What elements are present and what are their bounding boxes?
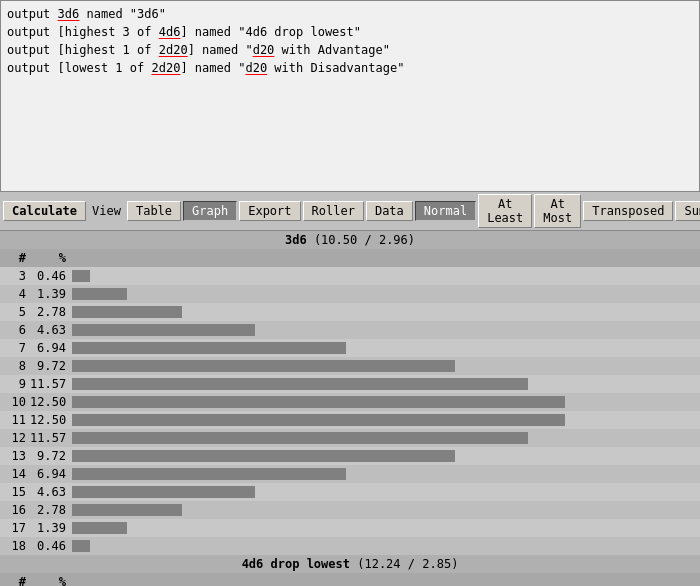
table-row: 9 11.57 bbox=[0, 375, 700, 393]
chart-4d6-title-bold: 4d6 drop lowest bbox=[242, 557, 350, 571]
row-bar bbox=[72, 539, 700, 553]
main-content: 3d6 (10.50 / 2.96) # % 3 0.46 4 1.39 5 2… bbox=[0, 231, 700, 586]
row-num: 7 bbox=[0, 341, 30, 355]
col-pct-label: % bbox=[30, 251, 72, 265]
chart-3d6-header: 3d6 (10.50 / 2.96) bbox=[0, 231, 700, 249]
table-row: 4 1.39 bbox=[0, 285, 700, 303]
chart-3d6-title-bold: 3d6 bbox=[285, 233, 307, 247]
row-num: 11 bbox=[0, 413, 30, 427]
row-num: 14 bbox=[0, 467, 30, 481]
table-row: 6 4.63 bbox=[0, 321, 700, 339]
row-num: 9 bbox=[0, 377, 30, 391]
code-line-2: output [highest 3 of 4d6] named "4d6 dro… bbox=[7, 23, 693, 41]
view-label: View bbox=[88, 202, 125, 220]
row-pct: 11.57 bbox=[30, 431, 72, 445]
table-row: 18 0.46 bbox=[0, 537, 700, 555]
atleast-button[interactable]: At Least bbox=[478, 194, 532, 228]
chart-3d6: 3d6 (10.50 / 2.96) # % 3 0.46 4 1.39 5 2… bbox=[0, 231, 700, 555]
row-pct: 2.78 bbox=[30, 503, 72, 517]
row-pct: 2.78 bbox=[30, 305, 72, 319]
summary-button[interactable]: Summary bbox=[675, 201, 700, 221]
row-num: 16 bbox=[0, 503, 30, 517]
row-bar bbox=[72, 359, 700, 373]
row-bar bbox=[72, 305, 700, 319]
row-pct: 4.63 bbox=[30, 323, 72, 337]
export-button[interactable]: Export bbox=[239, 201, 300, 221]
row-bar bbox=[72, 377, 700, 391]
col-num-label: # bbox=[0, 251, 30, 265]
row-num: 6 bbox=[0, 323, 30, 337]
row-pct: 0.46 bbox=[30, 269, 72, 283]
row-bar bbox=[72, 395, 700, 409]
row-num: 18 bbox=[0, 539, 30, 553]
row-pct: 6.94 bbox=[30, 467, 72, 481]
normal-button[interactable]: Normal bbox=[415, 201, 476, 221]
row-pct: 6.94 bbox=[30, 341, 72, 355]
row-pct: 12.50 bbox=[30, 413, 72, 427]
row-num: 12 bbox=[0, 431, 30, 445]
table-row: 14 6.94 bbox=[0, 465, 700, 483]
row-bar bbox=[72, 323, 700, 337]
row-num: 4 bbox=[0, 287, 30, 301]
row-bar bbox=[72, 431, 700, 445]
row-num: 13 bbox=[0, 449, 30, 463]
table-row: 3 0.46 bbox=[0, 267, 700, 285]
graph-button[interactable]: Graph bbox=[183, 201, 237, 221]
roller-button[interactable]: Roller bbox=[303, 201, 364, 221]
row-num: 3 bbox=[0, 269, 30, 283]
chart-3d6-col-header: # % bbox=[0, 249, 700, 267]
row-num: 17 bbox=[0, 521, 30, 535]
atmost-button[interactable]: At Most bbox=[534, 194, 581, 228]
chart-4d6: 4d6 drop lowest (12.24 / 2.85) # % 3 0.0… bbox=[0, 555, 700, 586]
row-pct: 9.72 bbox=[30, 359, 72, 373]
row-bar bbox=[72, 269, 700, 283]
row-pct: 1.39 bbox=[30, 521, 72, 535]
code-line-3: output [highest 1 of 2d20] named "d20 wi… bbox=[7, 41, 693, 59]
chart-3d6-title-rest: (10.50 / 2.96) bbox=[307, 233, 415, 247]
row-bar bbox=[72, 413, 700, 427]
data-button[interactable]: Data bbox=[366, 201, 413, 221]
row-num: 15 bbox=[0, 485, 30, 499]
table-row: 12 11.57 bbox=[0, 429, 700, 447]
row-pct: 1.39 bbox=[30, 287, 72, 301]
table-row: 17 1.39 bbox=[0, 519, 700, 537]
col-bar-label-2 bbox=[72, 575, 700, 586]
chart-4d6-header: 4d6 drop lowest (12.24 / 2.85) bbox=[0, 555, 700, 573]
table-row: 8 9.72 bbox=[0, 357, 700, 375]
table-button[interactable]: Table bbox=[127, 201, 181, 221]
row-pct: 4.63 bbox=[30, 485, 72, 499]
table-row: 13 9.72 bbox=[0, 447, 700, 465]
row-num: 8 bbox=[0, 359, 30, 373]
row-bar bbox=[72, 467, 700, 481]
row-pct: 9.72 bbox=[30, 449, 72, 463]
code-editor[interactable]: output 3d6 named "3d6" output [highest 3… bbox=[0, 0, 700, 192]
chart-4d6-title-rest: (12.24 / 2.85) bbox=[350, 557, 458, 571]
transposed-button[interactable]: Transposed bbox=[583, 201, 673, 221]
col-pct-label-2: % bbox=[30, 575, 72, 586]
row-num: 10 bbox=[0, 395, 30, 409]
calculate-button[interactable]: Calculate bbox=[3, 201, 86, 221]
col-bar-label bbox=[72, 251, 700, 265]
row-bar bbox=[72, 449, 700, 463]
row-bar bbox=[72, 521, 700, 535]
table-row: 16 2.78 bbox=[0, 501, 700, 519]
col-num-label-2: # bbox=[0, 575, 30, 586]
code-line-1: output 3d6 named "3d6" bbox=[7, 5, 693, 23]
table-row: 15 4.63 bbox=[0, 483, 700, 501]
table-row: 10 12.50 bbox=[0, 393, 700, 411]
row-bar bbox=[72, 503, 700, 517]
code-line-4: output [lowest 1 of 2d20] named "d20 wit… bbox=[7, 59, 693, 77]
row-bar bbox=[72, 287, 700, 301]
table-row: 5 2.78 bbox=[0, 303, 700, 321]
toolbar: Calculate View Table Graph Export Roller… bbox=[0, 192, 700, 231]
row-pct: 11.57 bbox=[30, 377, 72, 391]
row-pct: 0.46 bbox=[30, 539, 72, 553]
table-row: 7 6.94 bbox=[0, 339, 700, 357]
row-bar bbox=[72, 341, 700, 355]
table-row: 11 12.50 bbox=[0, 411, 700, 429]
row-pct: 12.50 bbox=[30, 395, 72, 409]
row-num: 5 bbox=[0, 305, 30, 319]
chart-4d6-col-header: # % bbox=[0, 573, 700, 586]
chart-3d6-rows: 3 0.46 4 1.39 5 2.78 6 4.63 7 6.94 bbox=[0, 267, 700, 555]
row-bar bbox=[72, 485, 700, 499]
